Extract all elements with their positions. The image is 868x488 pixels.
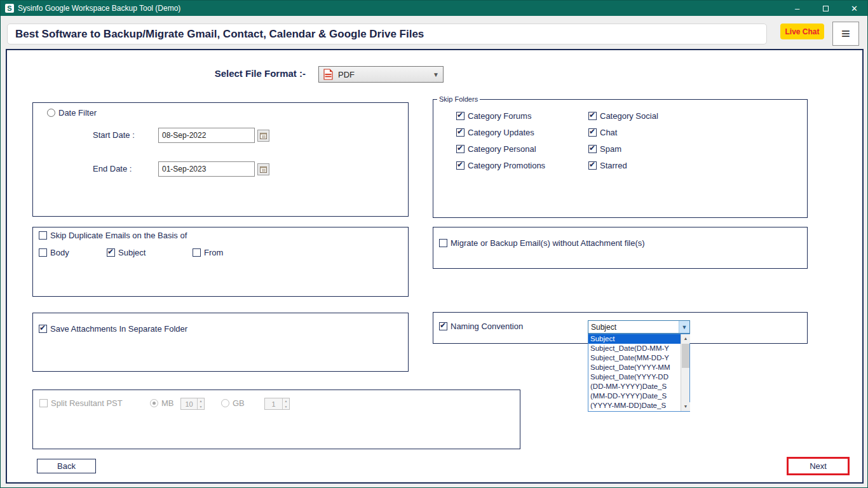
chevron-down-icon: ▼ <box>679 321 689 333</box>
dropdown-option[interactable]: (YYYY-MM-DD)Date_S <box>588 401 681 410</box>
category-forums-label: Category Forums <box>468 111 531 121</box>
gb-label: GB <box>233 398 245 408</box>
split-pst-checkbox <box>39 399 48 407</box>
save-attachments-label: Save Attachments In Separate Folder <box>50 324 187 334</box>
naming-convention-dropdown-list: Subject Subject_Date(DD-MM-Y Subject_Dat… <box>588 334 690 412</box>
skip-duplicate-checkbox[interactable] <box>39 231 47 240</box>
category-updates-label: Category Updates <box>468 128 534 137</box>
skip-duplicate-label: Skip Duplicate Emails on the Basis of <box>50 231 187 240</box>
from-label: From <box>204 248 223 257</box>
page-title: Best Software to Backup/Migrate Gmail, C… <box>15 24 424 44</box>
naming-convention-value: Subject <box>588 323 679 332</box>
scroll-up-icon[interactable]: ▲ <box>681 334 690 343</box>
start-date-calendar-button[interactable] <box>257 130 269 142</box>
subject-checkbox[interactable] <box>107 248 115 257</box>
category-social-label: Category Social <box>600 111 658 121</box>
skip-folders-legend: Skip Folders <box>437 95 480 103</box>
starred-label: Starred <box>600 161 627 170</box>
maximize-icon <box>823 6 829 11</box>
mb-size-value: 10 <box>181 400 197 408</box>
date-filter-box <box>32 102 409 217</box>
from-checkbox[interactable] <box>193 248 201 257</box>
mb-size-spinner: 10 ▲▼ <box>180 398 205 410</box>
dropdown-option[interactable]: (MM-DD-YYYY)Date_S <box>588 391 681 401</box>
subject-label: Subject <box>118 248 146 257</box>
minimize-button[interactable]: – <box>783 1 811 16</box>
menu-button[interactable]: ≡ <box>832 22 859 46</box>
category-promotions-label: Category Promotions <box>468 161 545 170</box>
body-checkbox[interactable] <box>39 248 47 257</box>
dropdown-option[interactable]: Subject <box>588 334 681 344</box>
date-filter-label: Date Filter <box>58 108 97 118</box>
spinner-arrows-icon: ▲▼ <box>197 398 204 409</box>
header-banner: Best Software to Backup/Migrate Gmail, C… <box>7 24 767 44</box>
category-personal-checkbox[interactable] <box>456 145 465 153</box>
dropdown-option[interactable]: Subject_Date(MM-DD-Y <box>588 353 681 363</box>
category-forums-checkbox[interactable] <box>456 112 465 120</box>
split-pst-label: Split Resultant PST <box>51 398 123 408</box>
scroll-thumb[interactable] <box>682 344 689 368</box>
naming-convention-label: Naming Convention <box>451 322 523 331</box>
close-button[interactable]: ✕ <box>840 1 868 16</box>
pdf-icon <box>323 69 334 80</box>
file-format-select[interactable]: PDF ▼ <box>318 66 444 83</box>
category-social-checkbox[interactable] <box>588 112 597 120</box>
mb-radio <box>150 399 158 407</box>
migrate-without-attachment-box <box>433 227 808 269</box>
dropdown-scrollbar[interactable]: ▲ ▼ <box>681 334 689 411</box>
spam-checkbox[interactable] <box>588 145 597 153</box>
app-window: S Sysinfo Google Workspace Backup Tool (… <box>0 0 868 488</box>
dropdown-option[interactable]: Subject_Date(YYYY-MM <box>588 363 681 372</box>
hamburger-icon: ≡ <box>841 26 850 41</box>
back-button[interactable]: Back <box>37 459 96 473</box>
chevron-down-icon: ▼ <box>433 71 439 78</box>
save-attachments-checkbox[interactable] <box>39 325 47 333</box>
body-label: Body <box>50 248 69 257</box>
maximize-button[interactable] <box>811 1 840 16</box>
migrate-without-attachment-label: Migrate or Backup Email(s) without Attac… <box>451 238 645 248</box>
window-title: Sysinfo Google Workspace Backup Tool (De… <box>18 4 180 13</box>
end-date-input[interactable] <box>158 161 255 177</box>
spinner-arrows-icon: ▲▼ <box>282 398 289 409</box>
title-bar: S Sysinfo Google Workspace Backup Tool (… <box>1 1 868 16</box>
app-icon: S <box>5 4 14 13</box>
end-date-label: End Date : <box>93 164 132 173</box>
migrate-without-attachment-checkbox[interactable] <box>439 239 447 247</box>
file-format-label: Select File Format :- <box>215 68 306 79</box>
header-bar: Best Software to Backup/Migrate Gmail, C… <box>1 16 868 49</box>
live-chat-button[interactable]: Live Chat <box>780 24 824 39</box>
save-attachments-box <box>32 313 409 372</box>
start-date-label: Start Date : <box>93 130 135 140</box>
category-updates-checkbox[interactable] <box>456 128 465 137</box>
start-date-input[interactable] <box>158 128 255 143</box>
next-button[interactable]: Next <box>787 457 850 475</box>
category-promotions-checkbox[interactable] <box>456 161 465 170</box>
category-personal-label: Category Personal <box>468 144 536 154</box>
mb-label: MB <box>161 398 174 408</box>
calendar-icon <box>260 132 267 139</box>
spam-label: Spam <box>600 144 621 154</box>
calendar-icon <box>260 166 267 173</box>
dropdown-option[interactable]: (DD-MM-YYYY)Date_S <box>588 382 681 391</box>
gb-size-value: 1 <box>265 400 282 408</box>
chat-label: Chat <box>600 128 617 137</box>
starred-checkbox[interactable] <box>588 161 597 170</box>
end-date-calendar-button[interactable] <box>257 163 269 175</box>
date-filter-radio[interactable] <box>47 109 55 117</box>
dropdown-option[interactable]: Subject_Date(DD-MM-Y <box>588 344 681 353</box>
gb-size-spinner: 1 ▲▼ <box>264 398 290 410</box>
file-format-value: PDF <box>338 70 355 79</box>
dropdown-option[interactable]: Subject_Date(YYYY-DD <box>588 372 681 382</box>
chat-checkbox[interactable] <box>588 128 597 137</box>
gb-radio <box>221 399 229 407</box>
scroll-down-icon[interactable]: ▼ <box>681 402 690 411</box>
naming-convention-checkbox[interactable] <box>439 322 447 330</box>
naming-convention-select[interactable]: Subject ▼ <box>588 320 690 334</box>
